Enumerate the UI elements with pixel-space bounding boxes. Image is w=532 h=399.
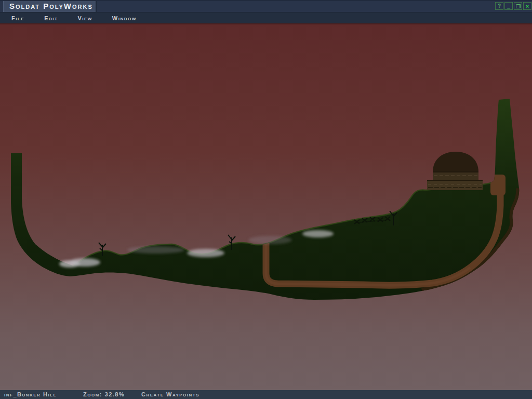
bunker-band-lower [427, 180, 483, 190]
restore-icon [516, 4, 521, 8]
status-map-name: inf_Bunker Hill [4, 391, 57, 397]
menubar: File Edit View Window [0, 12, 532, 23]
menu-item-edit[interactable]: Edit [44, 15, 58, 21]
statusbar: inf_Bunker Hill Zoom: 32.8% Create Waypo… [0, 390, 532, 399]
help-button[interactable]: ? [495, 2, 503, 10]
menu-item-file[interactable]: File [11, 15, 24, 21]
menu-item-view[interactable]: View [77, 15, 92, 21]
window-controls: ? _ × [495, 2, 531, 10]
window-title: Soldat PolyWorks [3, 1, 97, 12]
restore-button[interactable] [514, 2, 522, 10]
titlebar: Soldat PolyWorks ? _ × [0, 0, 532, 12]
minimize-icon: _ [507, 3, 510, 9]
trench-entrance [490, 175, 506, 195]
map-canvas[interactable] [0, 23, 532, 390]
bunker-dome [433, 152, 478, 172]
close-button[interactable]: × [523, 2, 531, 10]
app-window: Soldat PolyWorks ? _ × File Edit View Wi… [0, 0, 532, 399]
minimize-button[interactable]: _ [504, 2, 513, 10]
close-icon: × [526, 3, 529, 9]
status-zoom-level: Zoom: 32.8% [83, 391, 125, 397]
bunker [427, 152, 483, 190]
map-render [0, 23, 532, 390]
menu-item-window[interactable]: Window [112, 15, 137, 21]
status-active-tool: Create Waypoints [141, 391, 200, 397]
help-icon: ? [498, 3, 501, 9]
